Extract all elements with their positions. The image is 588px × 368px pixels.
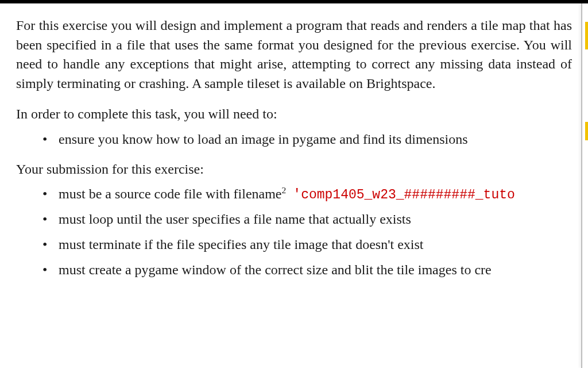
scroll-mark-1 bbox=[585, 22, 588, 49]
intro-paragraph: For this exercise you will design and im… bbox=[16, 16, 572, 93]
submission-item-text: must terminate if the file specifies any… bbox=[59, 237, 423, 252]
task-item-text: ensure you know how to load an image in … bbox=[59, 132, 468, 147]
scroll-mark-2 bbox=[585, 122, 588, 140]
footnote-ref: 2 bbox=[282, 185, 287, 195]
submission-item-text: must loop until the user specifies a fil… bbox=[59, 212, 411, 227]
task-list: ensure you know how to load an image in … bbox=[16, 130, 572, 150]
submission-list: must be a source code file with filename… bbox=[16, 185, 572, 279]
document-page: For this exercise you will design and im… bbox=[0, 0, 588, 368]
submission-item-text: must be a source code file with filename bbox=[59, 186, 282, 201]
document-content: For this exercise you will design and im… bbox=[16, 0, 572, 279]
task-item: ensure you know how to load an image in … bbox=[42, 130, 572, 150]
submission-item-text: must create a pygame window of the corre… bbox=[59, 262, 492, 277]
submission-item: must be a source code file with filename… bbox=[42, 185, 572, 204]
task-lead: In order to complete this task, you will… bbox=[16, 105, 572, 124]
submission-item: must loop until the user specifies a fil… bbox=[42, 210, 572, 229]
page-right-divider bbox=[581, 3, 582, 368]
page-top-border bbox=[0, 0, 588, 3]
submission-item: must terminate if the file specifies any… bbox=[42, 235, 572, 255]
submission-item: must create a pygame window of the corre… bbox=[42, 260, 572, 280]
filename-code: 'comp1405_w23_#########_tuto bbox=[293, 187, 514, 202]
submission-lead: Your submission for this exercise: bbox=[16, 160, 572, 179]
